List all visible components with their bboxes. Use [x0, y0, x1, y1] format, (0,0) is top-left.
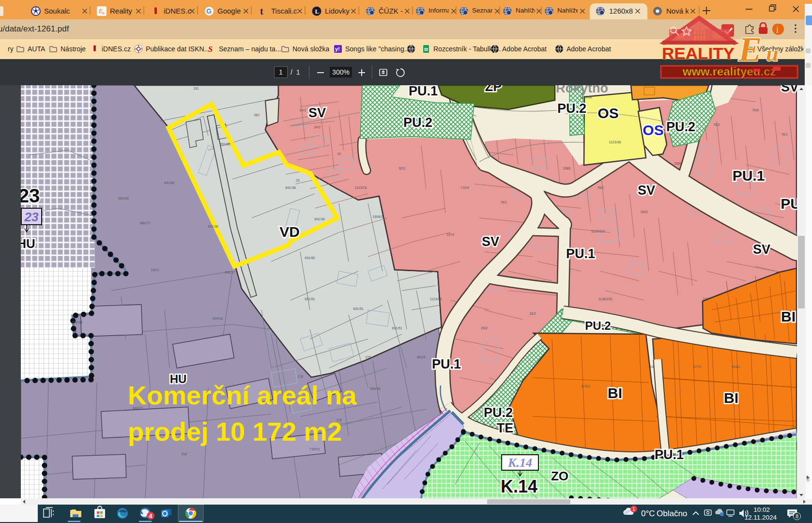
svg-text:K.14: K.14: [501, 477, 537, 496]
svg-text:t: t: [260, 6, 263, 16]
svg-text:SV: SV: [781, 85, 797, 94]
svg-text:PU.2: PU.2: [484, 405, 513, 420]
svg-text:691/51: 691/51: [392, 326, 402, 330]
svg-text:prodej 10 172 m2: prodej 10 172 m2: [128, 417, 342, 446]
svg-text:16: 16: [337, 152, 341, 155]
svg-text:1123/36: 1123/36: [609, 140, 621, 144]
svg-text:691/82: 691/82: [164, 181, 175, 185]
svg-text:OS: OS: [598, 105, 618, 121]
svg-text:BI: BI: [724, 390, 738, 406]
svg-text:79/1: 79/1: [500, 200, 507, 204]
svg-text:E: E: [738, 30, 762, 69]
svg-text:TE: TE: [497, 421, 514, 435]
svg-text:24/2: 24/2: [314, 125, 321, 129]
svg-text:1586: 1586: [563, 167, 570, 170]
svg-text:4: 4: [149, 513, 153, 520]
svg-text:1123/38: 1123/38: [580, 95, 592, 99]
svg-text:23: 23: [21, 185, 40, 206]
svg-text:75/1: 75/1: [781, 133, 788, 136]
svg-text:1123/45: 1123/45: [430, 297, 442, 301]
svg-text:PU.1: PU.1: [409, 85, 438, 98]
svg-text:78/2: 78/2: [597, 186, 604, 189]
svg-text:10:02: 10:02: [753, 506, 770, 513]
svg-text:192/1: 192/1: [151, 268, 159, 272]
svg-text:710/4: 710/4: [460, 186, 469, 189]
svg-text:www.realityeu.cz: www.realityeu.cz: [682, 65, 776, 78]
svg-text:694/12: 694/12: [213, 317, 223, 320]
svg-text:ZO: ZO: [551, 469, 568, 483]
svg-text:691/36: 691/36: [208, 225, 218, 228]
svg-text:L: L: [315, 8, 320, 15]
svg-text:PU.2: PU.2: [666, 120, 695, 134]
svg-text:PU.1: PU.1: [655, 447, 684, 462]
svg-text:OS: OS: [643, 122, 663, 138]
svg-text:SV: SV: [638, 183, 655, 198]
svg-text:G: G: [206, 7, 212, 15]
svg-text:HU: HU: [21, 236, 35, 251]
svg-text:Komerční areál na: Komerční areál na: [128, 381, 357, 410]
svg-text:S: S: [208, 45, 213, 53]
svg-text:691/82: 691/82: [305, 256, 315, 260]
svg-text:u: u: [766, 41, 779, 66]
svg-text:691/51: 691/51: [305, 297, 315, 301]
svg-text:75/6: 75/6: [752, 108, 759, 112]
svg-text:23: 23: [24, 210, 39, 224]
svg-text:76/2: 76/2: [713, 123, 720, 126]
svg-text:PU.1: PU.1: [566, 246, 595, 261]
svg-text:33/2: 33/2: [529, 312, 536, 315]
svg-text:691/5: 691/5: [417, 355, 426, 359]
svg-text:Oblačno: Oblačno: [657, 509, 687, 518]
svg-text:SV: SV: [308, 106, 326, 120]
svg-text:PU: PU: [781, 196, 797, 212]
svg-text:PU.2: PU.2: [585, 319, 611, 332]
svg-text:877/1: 877/1: [693, 365, 702, 369]
svg-text:276: 276: [365, 355, 371, 359]
svg-text:29/2: 29/2: [481, 326, 488, 330]
svg-text:VD: VD: [279, 224, 300, 240]
svg-text:PU.1: PU.1: [733, 168, 765, 184]
svg-text:26: 26: [296, 179, 300, 182]
svg-text:181: 181: [193, 87, 199, 90]
svg-text:691/51: 691/51: [353, 307, 364, 310]
svg-text:PU.2: PU.2: [403, 115, 432, 130]
svg-text:32/2: 32/2: [398, 167, 405, 170]
svg-text:Rokytno: Rokytno: [556, 85, 608, 95]
svg-text:12.11.2024: 12.11.2024: [744, 514, 777, 521]
svg-text:ZP: ZP: [485, 85, 502, 94]
svg-text:904/1: 904/1: [732, 365, 740, 369]
svg-text:1588: 1588: [674, 162, 682, 165]
svg-text:691/85: 691/85: [220, 142, 230, 146]
svg-text:K.14: K.14: [507, 456, 532, 470]
svg-text:1579: 1579: [446, 233, 454, 236]
svg-text:691/38: 691/38: [285, 186, 296, 189]
svg-text:1128/233: 1128/233: [598, 297, 613, 301]
svg-text:1602: 1602: [640, 210, 648, 214]
svg-text:SV: SV: [482, 234, 499, 249]
svg-text:PU.1: PU.1: [432, 357, 461, 371]
svg-text:REALITY: REALITY: [662, 44, 735, 62]
svg-text:24/1: 24/1: [299, 108, 306, 112]
svg-text:642/46: 642/46: [72, 321, 83, 324]
svg-text:1123/16: 1123/16: [355, 186, 367, 189]
svg-text:218: 218: [181, 452, 187, 456]
svg-text:691/39: 691/39: [314, 217, 325, 221]
svg-text:BI: BI: [608, 385, 622, 401]
svg-text:715/21: 715/21: [309, 447, 320, 451]
svg-text:875/1: 875/1: [582, 385, 590, 388]
svg-text:1123/212: 1123/212: [591, 230, 605, 233]
svg-text:SV: SV: [753, 242, 770, 257]
svg-text:8: 8: [796, 513, 798, 519]
svg-text:681/77: 681/77: [140, 221, 151, 225]
svg-text:y!: y!: [335, 46, 340, 52]
svg-text:u: u: [102, 10, 105, 15]
svg-text:691/27: 691/27: [225, 271, 235, 274]
svg-text:681/83: 681/83: [118, 197, 129, 200]
svg-text:1508/2: 1508/2: [372, 215, 383, 218]
svg-text:282: 282: [254, 113, 260, 117]
svg-text:694/16: 694/16: [370, 387, 381, 390]
svg-text:178: 178: [297, 375, 303, 378]
svg-text:BI: BI: [781, 308, 796, 324]
svg-text:0°C: 0°C: [641, 509, 655, 518]
svg-text:1: 1: [632, 506, 635, 512]
svg-text:PU.2: PU.2: [557, 101, 586, 116]
